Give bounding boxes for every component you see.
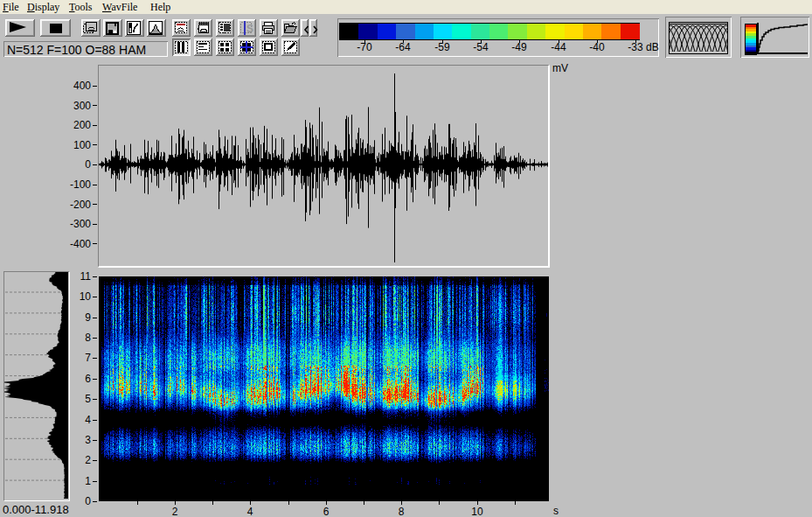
svg-text:S: S <box>246 23 253 35</box>
